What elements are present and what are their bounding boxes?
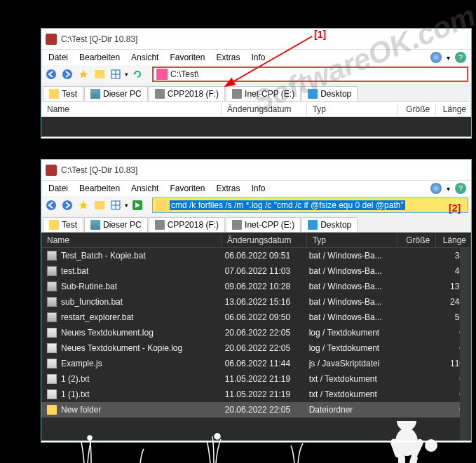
col-len[interactable]: Länge bbox=[436, 234, 471, 247]
app-icon bbox=[46, 34, 57, 45]
forward-button[interactable] bbox=[60, 67, 74, 81]
file-name: Test_Batch - Kopie.bat bbox=[44, 251, 222, 261]
folder-icon bbox=[49, 89, 59, 99]
address-text: cmd /k forfiles /s /m *.log /c "cmd /c i… bbox=[170, 200, 405, 210]
file-name: Neues Textdokument - Kopie.log bbox=[44, 343, 222, 353]
col-size[interactable]: Größe bbox=[397, 103, 436, 116]
svg-line-0 bbox=[231, 36, 312, 83]
tab-dieser-pc[interactable]: Dieser PC bbox=[84, 86, 148, 101]
tab-desktop[interactable]: Desktop bbox=[301, 217, 358, 232]
file-row[interactable]: restart_explorer.bat06.06.2022 09:50bat … bbox=[41, 310, 471, 325]
svg-rect-18 bbox=[398, 455, 405, 463]
folder-icon bbox=[156, 200, 167, 211]
menu-extras[interactable]: Extras bbox=[212, 182, 244, 195]
menu-ansicht[interactable]: Ansicht bbox=[127, 182, 163, 195]
tab-bar: Test Dieser PC CPP2018 (F:) Inet-CPP (E:… bbox=[41, 214, 471, 233]
file-row[interactable]: New folder20.06.2022 22:05Dateiordner0 bbox=[41, 402, 471, 417]
file-date: 06.06.2022 09:50 bbox=[222, 312, 306, 322]
menu-info[interactable]: Info bbox=[247, 182, 269, 195]
file-row[interactable]: test.bat07.06.2022 11:03bat / Windows-Ba… bbox=[41, 263, 471, 279]
menu-ansicht[interactable]: Ansicht bbox=[127, 51, 163, 64]
file-row[interactable]: 1 (1).txt11.05.2022 21:19txt / Textdokum… bbox=[41, 387, 471, 402]
file-row[interactable]: Sub-Rutine.bat09.06.2022 10:28bat / Wind… bbox=[41, 279, 471, 294]
file-name: 1 (1).txt bbox=[44, 389, 222, 399]
address-bar[interactable]: cmd /k forfiles /s /m *.log /c "cmd /c i… bbox=[152, 198, 468, 213]
tab-test[interactable]: Test bbox=[43, 86, 83, 101]
tab-label: Desktop bbox=[320, 89, 351, 99]
layout-button[interactable] bbox=[109, 67, 123, 81]
arrow-1 bbox=[224, 35, 315, 91]
annotation-2: [2] bbox=[449, 202, 461, 214]
titlebar[interactable]: C:\Test [Q-Dir 10.83] bbox=[41, 160, 471, 181]
file-type: bat / Windows-Ba... bbox=[306, 312, 396, 322]
file-row[interactable]: 1 (2).txt11.05.2022 21:19txt / Textdokum… bbox=[41, 371, 471, 387]
tab-cpp2018[interactable]: CPP2018 (F:) bbox=[149, 86, 225, 101]
favorites-button[interactable] bbox=[76, 67, 90, 81]
globe-icon[interactable] bbox=[430, 52, 442, 63]
scrollbar[interactable] bbox=[460, 248, 471, 441]
log-icon bbox=[47, 343, 57, 353]
file-row[interactable]: Neues Textdokument - Kopie.log20.06.2022… bbox=[41, 340, 471, 356]
txt-icon bbox=[47, 374, 57, 384]
pc-icon bbox=[90, 89, 100, 99]
col-date[interactable]: Änderungsdatum bbox=[222, 234, 307, 247]
hdd-icon bbox=[155, 220, 165, 230]
refresh-button[interactable] bbox=[130, 67, 144, 81]
log-icon bbox=[47, 328, 57, 338]
layout-button[interactable] bbox=[109, 198, 123, 212]
col-type[interactable]: Typ bbox=[307, 103, 398, 116]
svg-point-1 bbox=[46, 69, 56, 79]
file-row[interactable]: Example.js06.06.2022 11:44js / JavaSkrip… bbox=[41, 356, 471, 371]
col-name[interactable]: Name bbox=[41, 234, 222, 247]
menu-bearbeiten[interactable]: Bearbeiten bbox=[75, 51, 124, 64]
tab-label: Test bbox=[62, 220, 77, 230]
hdd-icon bbox=[232, 220, 242, 230]
col-size[interactable]: Größe bbox=[397, 234, 436, 247]
file-date: 20.06.2022 22:05 bbox=[222, 328, 306, 338]
folder-icon bbox=[47, 405, 57, 415]
menu-favoriten[interactable]: Favoriten bbox=[165, 51, 209, 64]
menu-favoriten[interactable]: Favoriten bbox=[165, 182, 209, 195]
tab-cpp2018[interactable]: CPP2018 (F:) bbox=[149, 217, 225, 232]
file-list[interactable] bbox=[41, 117, 471, 137]
address-text: C:\Test\ bbox=[170, 69, 199, 79]
forward-button[interactable] bbox=[60, 198, 74, 212]
globe-icon[interactable] bbox=[430, 183, 442, 194]
menu-datei[interactable]: Datei bbox=[44, 51, 72, 64]
go-button[interactable] bbox=[130, 198, 144, 212]
back-button[interactable] bbox=[44, 198, 58, 212]
col-len[interactable]: Länge bbox=[436, 103, 471, 116]
hdd-icon bbox=[155, 89, 165, 99]
pc-icon bbox=[90, 220, 100, 230]
file-row[interactable]: Neues Textdokument.log20.06.2022 22:05lo… bbox=[41, 325, 471, 340]
favorites-button[interactable] bbox=[76, 198, 90, 212]
back-button[interactable] bbox=[44, 67, 58, 81]
help-icon[interactable]: ? bbox=[455, 183, 466, 194]
tab-dieser-pc[interactable]: Dieser PC bbox=[84, 217, 148, 232]
explorer-button[interactable] bbox=[93, 67, 107, 81]
file-list[interactable]: Test_Batch - Kopie.bat06.06.2022 09:51ba… bbox=[41, 248, 471, 441]
svg-rect-19 bbox=[407, 454, 419, 463]
explorer-button[interactable] bbox=[93, 198, 107, 212]
file-date: 07.06.2022 11:03 bbox=[222, 266, 306, 276]
folder-icon bbox=[49, 220, 59, 230]
tab-label: CPP2018 (F:) bbox=[168, 220, 219, 230]
col-type[interactable]: Typ bbox=[307, 234, 398, 247]
menu-datei[interactable]: Datei bbox=[44, 182, 72, 195]
file-type: Dateiordner bbox=[306, 405, 396, 415]
menu-bearbeiten[interactable]: Bearbeiten bbox=[75, 182, 124, 195]
annotation-1: [1] bbox=[314, 29, 326, 40]
window-title: C:\Test [Q-Dir 10.83] bbox=[61, 34, 137, 44]
file-date: 09.06.2022 10:28 bbox=[222, 282, 306, 291]
file-row[interactable]: sub_function.bat13.06.2022 15:16bat / Wi… bbox=[41, 294, 471, 310]
col-name[interactable]: Name bbox=[41, 103, 222, 116]
tab-label: Inet-CPP (E:) bbox=[245, 220, 294, 230]
file-row[interactable]: Test_Batch - Kopie.bat06.06.2022 09:51ba… bbox=[41, 248, 471, 263]
file-date: 06.06.2022 11:44 bbox=[222, 359, 306, 368]
tab-test[interactable]: Test bbox=[43, 217, 83, 232]
file-type: js / JavaSkriptdatei bbox=[306, 359, 396, 368]
file-date: 13.06.2022 15:16 bbox=[222, 297, 306, 307]
help-icon[interactable]: ? bbox=[455, 52, 466, 63]
col-date[interactable]: Änderungsdatum bbox=[222, 103, 307, 116]
tab-inet-cpp[interactable]: Inet-CPP (E:) bbox=[226, 217, 301, 232]
